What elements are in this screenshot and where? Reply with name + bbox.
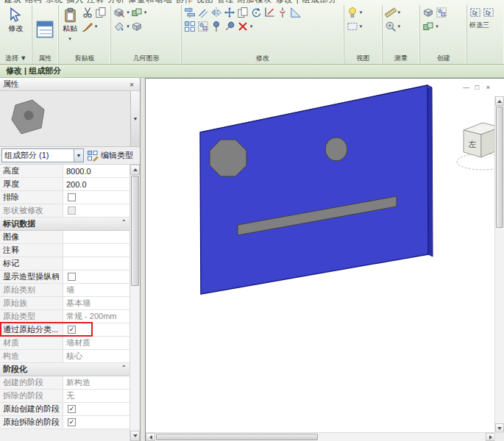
clipped-button-label[interactable]: 框选三 <box>469 21 502 30</box>
section-collapse-icon[interactable]: ˆ <box>118 363 129 376</box>
match-type-brush-icon[interactable] <box>82 21 93 32</box>
move-tool-icon[interactable] <box>224 7 235 18</box>
create-assembly-icon[interactable] <box>436 7 447 18</box>
view-scroll-up-button[interactable] <box>495 96 504 106</box>
ribbon-panel-label-view[interactable]: 视图 <box>344 53 382 64</box>
octagonal-opening[interactable] <box>210 140 246 176</box>
cut-geometry-icon[interactable] <box>113 7 125 18</box>
cut-geometry-dropdown-icon[interactable]: ▾ <box>127 8 129 17</box>
delete-tool-icon[interactable] <box>237 21 249 32</box>
dimension-dropdown-icon[interactable]: ▾ <box>398 22 401 31</box>
palette-close-icon[interactable]: × <box>127 80 137 89</box>
match-type-dropdown-icon[interactable]: ▾ <box>95 22 98 31</box>
create-parts-icon[interactable] <box>422 21 434 32</box>
edit-type-button[interactable]: 编辑类型 <box>86 148 138 162</box>
section-collapse-icon[interactable]: ˆ <box>118 218 129 230</box>
array-tool-icon[interactable] <box>184 21 196 32</box>
type-selector-preview[interactable]: ▼ <box>0 91 140 147</box>
wall-front-face[interactable] <box>200 85 428 294</box>
ribbon-panel-clipboard: 粘贴 ▾ ▾ 剪贴板 <box>59 5 112 64</box>
pin-tool-icon[interactable] <box>210 21 222 32</box>
scroll-down-button[interactable] <box>130 431 140 441</box>
modify-more-dropdown-icon[interactable]: ▾ <box>250 22 253 31</box>
filter-combobox[interactable]: 组成部分 (1) ▼ <box>1 148 84 162</box>
view-minimize-icon[interactable]: — <box>462 83 470 93</box>
join-geometry-icon[interactable] <box>131 7 143 18</box>
viewcube[interactable]: 左 <box>457 123 495 170</box>
dimension-tape-icon[interactable] <box>385 21 397 32</box>
create-similar-icon[interactable] <box>422 7 434 18</box>
ribbon-panel-label-measure[interactable]: 测量 <box>383 53 420 64</box>
property-value[interactable] <box>63 244 129 257</box>
type-selector-dropdown-button[interactable]: ▼ <box>130 91 140 146</box>
palette-header[interactable]: 属性 × <box>0 78 140 91</box>
unpin-tool-icon[interactable] <box>221 18 238 35</box>
trim-tool-icon[interactable] <box>263 7 275 18</box>
property-value[interactable] <box>63 270 129 283</box>
ribbon-tab-strip[interactable]: 建筑 结构 系统 插入 注释 分析 体量和场地 协作 视图 管理 附加模块 修改… <box>0 0 504 5</box>
property-checkbox[interactable]: ✓ <box>68 405 76 413</box>
properties-palette-icon[interactable] <box>35 20 54 39</box>
hide-elements-icon[interactable] <box>347 21 358 32</box>
section-header-row[interactable]: 阶段化ˆ <box>0 363 129 376</box>
create-group-tool-icon[interactable] <box>197 21 209 32</box>
split-tool-icon[interactable] <box>277 7 288 18</box>
property-value[interactable]: ✓ <box>63 403 129 415</box>
paint-tool-icon[interactable] <box>113 21 125 32</box>
create-dropdown-icon[interactable]: ▾ <box>436 22 439 31</box>
cut-tool-icon[interactable] <box>82 7 93 18</box>
cope-tool-icon[interactable] <box>131 21 143 32</box>
view-vertical-scrollbar[interactable] <box>494 96 504 433</box>
palette-scrollbar[interactable] <box>129 165 140 441</box>
property-checkbox[interactable] <box>68 207 76 215</box>
modify-tool-button[interactable]: 修改 <box>7 7 25 35</box>
paste-dropdown-icon[interactable]: ▾ <box>68 35 71 43</box>
ribbon-panel-label-properties[interactable]: 属性 <box>32 53 58 64</box>
combo-dropdown-icon[interactable]: ▼ <box>74 149 83 162</box>
ribbon-panel-label-select[interactable]: 选择 ▼ <box>0 53 32 64</box>
property-checkbox[interactable] <box>68 193 76 201</box>
measure-ruler-icon[interactable] <box>385 7 397 18</box>
property-value[interactable] <box>63 191 129 204</box>
property-value[interactable] <box>63 257 129 270</box>
property-value[interactable]: ✓ <box>63 416 129 429</box>
view-horizontal-scrollbar[interactable] <box>146 432 495 441</box>
ribbon-panel-label-geometry[interactable]: 几何图形 <box>111 53 181 64</box>
hide-dropdown-icon[interactable]: ▾ <box>360 22 363 31</box>
ribbon-panel-label-create[interactable]: 创建 <box>420 53 466 64</box>
scrollbar-thumb[interactable] <box>131 176 139 286</box>
ribbon-panel-label-clipboard[interactable]: 剪贴板 <box>59 53 111 64</box>
rotate-tool-icon[interactable] <box>250 7 262 18</box>
paint-dropdown-icon[interactable]: ▾ <box>127 22 129 31</box>
view-close-icon[interactable]: × <box>484 83 492 93</box>
drawing-area[interactable]: 左 — □ × <box>145 78 504 441</box>
ribbon-panel-label-modify[interactable]: 修改 <box>182 53 344 64</box>
join-geometry-dropdown-icon[interactable]: ▾ <box>144 8 147 17</box>
property-checkbox[interactable]: ✓ <box>68 418 76 426</box>
view-dropdown-icon[interactable]: ▾ <box>360 8 363 17</box>
view-restore-icon[interactable]: □ <box>473 83 481 93</box>
scale-tool-icon[interactable] <box>290 7 302 18</box>
section-header-row[interactable]: 标识数据ˆ <box>0 218 129 231</box>
measure-dropdown-icon[interactable]: ▾ <box>398 8 401 17</box>
property-value[interactable]: 200.0 <box>63 178 129 190</box>
copy-to-clipboard-icon[interactable] <box>95 7 107 18</box>
property-value[interactable]: ✓ <box>63 323 129 336</box>
copy-tool-icon[interactable] <box>237 7 249 18</box>
property-value[interactable] <box>63 231 129 243</box>
scroll-up-button[interactable] <box>130 165 140 175</box>
align-tool-icon[interactable] <box>184 7 196 18</box>
box-select-icon[interactable] <box>469 7 481 18</box>
property-checkbox[interactable] <box>68 273 76 281</box>
offset-tool-icon[interactable] <box>197 7 209 18</box>
view-vscroll-thumb[interactable] <box>496 107 503 228</box>
paste-button[interactable]: 粘贴 ▾ <box>61 7 79 44</box>
box-select-3d-icon[interactable] <box>483 7 494 18</box>
property-checkbox[interactable]: ✓ <box>68 326 76 334</box>
view-hscroll-thumb[interactable] <box>156 434 318 440</box>
mirror-tool-icon[interactable] <box>210 7 222 18</box>
circular-opening[interactable] <box>325 137 347 161</box>
property-value[interactable]: 8000.0 <box>63 165 129 177</box>
view-scroll-left-button[interactable] <box>146 433 155 441</box>
reveal-hidden-bulb-icon[interactable] <box>347 7 358 18</box>
